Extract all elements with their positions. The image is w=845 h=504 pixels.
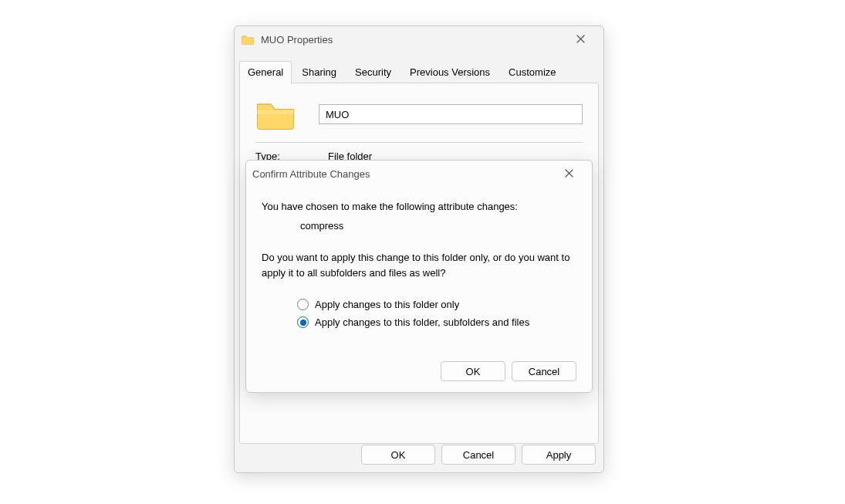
confirm-titlebar: Confirm Attribute Changes [246,161,592,187]
confirm-radio-group: Apply changes to this folder only Apply … [297,293,576,334]
close-icon [565,168,573,180]
tab-customize[interactable]: Customize [500,61,564,83]
confirm-title: Confirm Attribute Changes [252,168,552,180]
radio-all[interactable] [297,316,309,328]
radio-all-row[interactable]: Apply changes to this folder, subfolders… [297,316,576,328]
properties-tabs: General Sharing Security Previous Versio… [235,60,603,83]
tab-sharing[interactable]: Sharing [293,61,345,83]
radio-all-label: Apply changes to this folder, subfolders… [315,316,529,328]
properties-close-button[interactable] [563,28,597,51]
radio-folder-only[interactable] [297,299,309,310]
properties-apply-button[interactable]: Apply [522,445,596,465]
tab-previous[interactable]: Previous Versions [401,61,499,83]
properties-ok-button[interactable]: OK [361,445,435,465]
confirm-ok-button[interactable]: OK [441,361,505,381]
properties-titlebar: MUO Properties [235,26,603,52]
radio-dot-icon [300,320,306,326]
name-row [255,97,583,131]
folder-name-input[interactable] [319,104,583,124]
confirm-cancel-button[interactable]: Cancel [512,361,576,381]
divider [255,142,583,143]
confirm-close-button[interactable] [552,162,586,185]
radio-folder-only-label: Apply changes to this folder only [315,299,459,310]
folder-icon [255,97,296,131]
confirm-dialog: Confirm Attribute Changes You have chose… [245,160,593,393]
tab-general[interactable]: General [239,61,292,83]
confirm-buttons: OK Cancel [262,361,576,381]
confirm-intro: You have chosen to make the following at… [262,201,576,212]
radio-folder-only-row[interactable]: Apply changes to this folder only [297,299,576,310]
properties-title: MUO Properties [241,34,563,46]
properties-buttons: OK Cancel Apply [361,445,596,465]
properties-title-text: MUO Properties [261,34,333,46]
svg-rect-0 [257,110,293,114]
close-icon [576,34,585,46]
tab-security[interactable]: Security [346,61,400,83]
folder-icon [241,34,255,45]
confirm-body: You have chosen to make the following at… [246,187,592,392]
confirm-question: Do you want to apply this change to this… [262,250,576,280]
properties-cancel-button[interactable]: Cancel [441,445,515,465]
confirm-attribute: compress [300,220,576,232]
confirm-title-text: Confirm Attribute Changes [252,168,370,180]
